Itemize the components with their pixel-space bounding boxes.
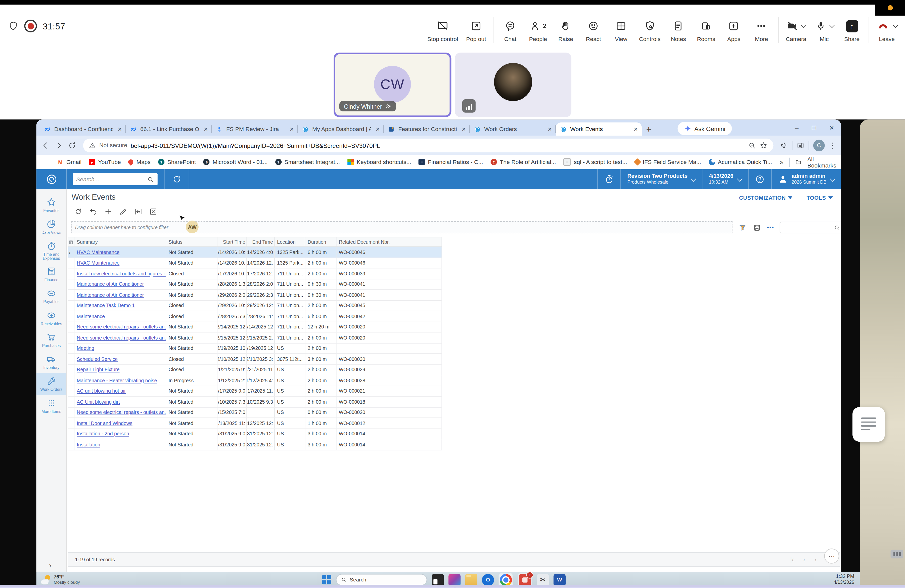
row-expander-cell[interactable]	[68, 429, 75, 439]
table-row[interactable]: Install Door and WindowsNot Started8/13/…	[68, 418, 442, 429]
media-app-icon[interactable]	[448, 574, 460, 586]
minimize-button[interactable]: –	[795, 124, 799, 132]
tools-menu[interactable]: TOOLS	[807, 195, 833, 201]
summary-link[interactable]: Scheduled Service	[77, 356, 117, 362]
row-expander-cell[interactable]	[68, 269, 75, 279]
row-expander-cell[interactable]	[68, 300, 75, 311]
browser-menu-icon[interactable]: ⋮	[829, 141, 837, 149]
sidebar-item-finance[interactable]: Finance	[37, 263, 67, 285]
previous-page-button[interactable]: ‹	[803, 556, 805, 563]
control-leave[interactable]: Leave	[872, 18, 902, 42]
bookmark-gmail[interactable]: MGmail	[57, 159, 81, 165]
table-row[interactable]: Maintenance of Air ConditionerNot Starte…	[68, 290, 442, 300]
table-row[interactable]: Install new electrical outlets and figur…	[68, 269, 442, 279]
table-row[interactable]: Installation - 2nd personNot Started7/31…	[68, 429, 442, 439]
column-header-end-time[interactable]: End Time	[247, 237, 275, 247]
summary-link[interactable]: Installation - 2nd person	[77, 431, 129, 437]
floating-more-button[interactable]: ⋯	[824, 548, 839, 564]
bookmark-sharepoint[interactable]: sSharePoint	[158, 159, 196, 165]
sidebar-item-data-views[interactable]: Data Views	[37, 216, 67, 238]
sidebar-item-purchases[interactable]: Purchases	[37, 329, 67, 351]
tab-my-apps-dashboard-acu[interactable]: My Apps Dashboard | Acu×	[298, 122, 384, 136]
control-stop-control[interactable]: Stop control	[423, 18, 462, 42]
summary-link[interactable]: Need some electrical repairs - outlets a…	[77, 324, 166, 330]
user-menu[interactable]: admin admin 2026 Summit DB	[771, 169, 841, 189]
table-row[interactable]: Need some electrical repairs - outlets a…	[68, 332, 442, 343]
sidebar-item-favorites[interactable]: Favorites	[37, 194, 67, 216]
tab-close-icon[interactable]: ×	[289, 125, 294, 133]
tab-close-icon[interactable]: ×	[117, 125, 122, 133]
table-row[interactable]: AC Unit blowing dirtNot Started9/10/2025…	[68, 397, 442, 407]
table-row[interactable]: Need some electrical repairs - outlets a…	[68, 322, 442, 332]
participant-tile-dog[interactable]	[455, 52, 572, 117]
summary-link[interactable]: HVAC Maintenance	[77, 249, 119, 255]
bookmark-ifs-field-service-ma[interactable]: IFS Field Service Ma...	[635, 159, 701, 165]
tab-work-orders[interactable]: Work Orders×	[470, 122, 556, 136]
summary-link[interactable]: Install new electrical outlets and figur…	[77, 271, 166, 277]
table-row[interactable]: Scheduled ServiceClosed12/10/2025 1212/1…	[68, 354, 442, 364]
grid-search-input[interactable]	[780, 222, 841, 234]
row-expander-cell[interactable]	[68, 290, 75, 300]
tab-work-events[interactable]: Work Events×	[556, 122, 642, 136]
company-selector[interactable]: Revision Two Products Products Wholesale	[621, 169, 702, 189]
control-rooms[interactable]: Rooms	[692, 18, 720, 42]
chevron-down-icon[interactable]	[893, 22, 899, 28]
bookmark-youtube[interactable]: ▶YouTube	[89, 159, 121, 165]
bookmark-smartsheet-integrat[interactable]: sSmartsheet Integrat...	[275, 159, 340, 165]
table-row[interactable]: Maintenance Task Demo 1Closed1/29/2026 1…	[68, 300, 442, 311]
control-mic[interactable]: Mic	[810, 18, 838, 42]
row-expander-cell[interactable]: ›	[68, 247, 75, 257]
row-expander-cell[interactable]	[68, 407, 75, 418]
filter-icon[interactable]	[738, 223, 747, 232]
table-row[interactable]: Maintenance - Heater vibrating noiseIn P…	[68, 375, 442, 386]
sidebar-item-receivables[interactable]: Receivables	[37, 307, 67, 329]
row-expander-cell[interactable]	[68, 332, 75, 343]
column-header-start-time[interactable]: Start Time	[218, 237, 247, 247]
column-header-status[interactable]: Status	[166, 237, 218, 247]
summary-link[interactable]: Need some electrical repairs - outlets a…	[77, 410, 166, 415]
bookmark-sql-a-script-to-test[interactable]: ≡sql - A script to test...	[564, 158, 627, 166]
control-view[interactable]: View	[607, 18, 635, 42]
summary-link[interactable]: Installation	[77, 442, 100, 447]
row-expander-cell[interactable]	[68, 365, 75, 375]
row-expander-cell[interactable]	[68, 258, 75, 268]
control-more[interactable]: More	[748, 18, 775, 42]
tab-close-icon[interactable]: ×	[546, 125, 552, 133]
maximize-button[interactable]: □	[812, 124, 816, 132]
undo-icon[interactable]	[89, 207, 98, 216]
summary-link[interactable]: AC Unit blowing dirt	[77, 399, 120, 405]
tab-close-icon[interactable]: ×	[375, 125, 380, 133]
sidebar-expand-icon[interactable]: ›	[49, 561, 51, 569]
outlook-icon[interactable]: O	[482, 574, 494, 586]
control-raise[interactable]: Raise	[552, 18, 580, 42]
word-icon[interactable]: W	[554, 574, 566, 586]
table-row[interactable]: ›HVAC MaintenanceNot Started4/14/2026 10…	[68, 247, 442, 258]
column-header-location[interactable]: Location	[275, 237, 305, 247]
sidebar-item-more-items[interactable]: More Items	[37, 395, 67, 417]
back-icon[interactable]	[41, 141, 50, 150]
table-row[interactable]: HVAC MaintenanceNot Started4/14/2026 10:…	[68, 258, 442, 269]
new-tab-button[interactable]: +	[642, 122, 656, 136]
bookmark-financial-ratios-c[interactable]: ≡Financial Ratios - C...	[419, 159, 483, 165]
column-header-summary[interactable]: Summary	[75, 237, 166, 247]
bookmark-keyboard-shortcuts[interactable]: Keyboard shortcuts...	[348, 159, 411, 165]
row-expander-cell[interactable]	[68, 343, 75, 353]
ask-gemini-button[interactable]: Ask Gemini	[678, 122, 732, 135]
tab-dashboard-confluence[interactable]: Dashboard - Confluence×	[40, 122, 126, 136]
sidebar-item-inventory[interactable]: Inventory	[37, 351, 67, 373]
tab-close-icon[interactable]: ×	[203, 125, 208, 133]
summary-link[interactable]: Need some electrical repairs - outlets a…	[77, 335, 166, 340]
forward-icon[interactable]	[54, 141, 64, 150]
summary-link[interactable]: Maintenance Task Demo 1	[77, 303, 135, 308]
bookmarks-overflow-icon[interactable]: »	[780, 158, 783, 166]
extensions-icon[interactable]	[780, 141, 788, 149]
file-explorer-icon[interactable]	[465, 574, 477, 586]
control-controls[interactable]: Controls	[635, 18, 665, 42]
keyboard-hide-icon[interactable]	[891, 550, 903, 558]
address-bar[interactable]: Not secure bel-app-l3-011/SVDEMO/(W(1))/…	[83, 138, 773, 152]
column-header-related-document-nbr[interactable]: Related Document Nbr.	[337, 237, 442, 247]
tab-close-icon[interactable]: ×	[632, 125, 638, 133]
tab-66-1-link-purchase-order[interactable]: 66.1 - Link Purchase Order×	[126, 122, 212, 136]
tab-features-for-construction[interactable]: Features for Construction |×	[384, 122, 470, 136]
table-row[interactable]: Maintenance of Air ConditionerNot Starte…	[68, 279, 442, 290]
